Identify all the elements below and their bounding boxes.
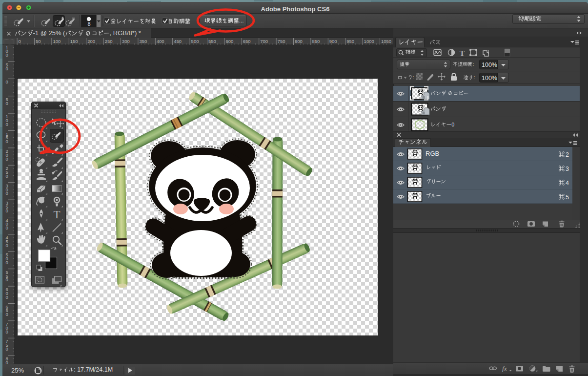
svg-text:0: 0: [6, 122, 8, 127]
svg-text:0: 0: [6, 79, 8, 84]
svg-text:400: 400: [157, 39, 164, 44]
svg-text:600: 600: [225, 39, 233, 44]
svg-text:750: 750: [278, 39, 285, 44]
svg-text:0: 0: [6, 190, 8, 196]
svg-text:550: 550: [208, 39, 216, 44]
svg-text:: 17.7M/24.1M: : 17.7M/24.1M: [74, 366, 113, 373]
svg-text:450: 450: [174, 39, 182, 44]
svg-text:50: 50: [36, 39, 41, 44]
svg-text:150: 150: [70, 39, 78, 44]
svg-text:350: 350: [139, 39, 147, 44]
svg-text:0: 0: [6, 346, 8, 352]
svg-text:, RGB/8*) *: , RGB/8*) *: [110, 29, 141, 37]
svg-text:2: 2: [566, 151, 569, 158]
svg-text:0: 0: [451, 122, 454, 127]
svg-text:1050: 1050: [381, 39, 391, 44]
svg-text:0: 0: [6, 260, 8, 265]
svg-text::: :: [472, 62, 474, 67]
svg-text:300: 300: [122, 39, 130, 44]
svg-text:0: 0: [6, 173, 8, 179]
svg-text:900: 900: [329, 39, 337, 44]
svg-text:650: 650: [243, 39, 251, 44]
svg-text:200: 200: [87, 39, 95, 44]
svg-text:850: 850: [312, 39, 320, 44]
svg-text:0: 0: [6, 277, 8, 282]
svg-text:500: 500: [191, 39, 199, 44]
svg-text:0: 0: [6, 225, 8, 230]
svg-text:0: 0: [6, 156, 8, 162]
svg-text:1000: 1000: [364, 39, 374, 44]
svg-text:T: T: [460, 49, 465, 57]
svg-text:8: 8: [87, 21, 90, 27]
svg-text:3: 3: [566, 166, 569, 172]
svg-text:0: 0: [19, 39, 21, 44]
svg-text:0: 0: [6, 66, 8, 71]
svg-text:0: 0: [6, 312, 8, 317]
svg-text:100: 100: [53, 39, 61, 44]
svg-text:0: 0: [6, 52, 8, 58]
svg-text:0: 0: [6, 208, 8, 213]
svg-text:800: 800: [295, 39, 303, 44]
svg-text:-1 @ 25% (: -1 @ 25% (: [33, 29, 66, 37]
svg-text:250: 250: [105, 39, 113, 44]
svg-text:T: T: [53, 209, 60, 221]
svg-text::: :: [473, 75, 475, 80]
svg-text::: :: [412, 75, 414, 80]
svg-text:5: 5: [566, 194, 569, 201]
svg-text:700: 700: [260, 39, 268, 44]
svg-text:0: 0: [6, 139, 8, 144]
svg-text:0: 0: [6, 243, 8, 248]
svg-text:0: 0: [6, 329, 8, 334]
svg-text:0: 0: [6, 101, 8, 106]
svg-text:4: 4: [566, 180, 569, 187]
svg-text:fx: fx: [502, 365, 507, 372]
svg-text:950: 950: [346, 39, 354, 44]
svg-text:0: 0: [6, 294, 8, 300]
